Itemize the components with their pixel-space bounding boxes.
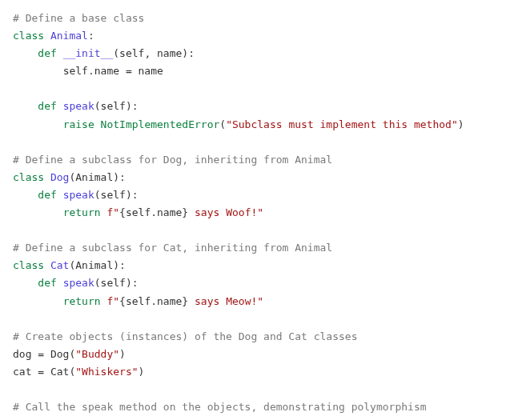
params: (self):	[94, 100, 139, 112]
colon: :	[88, 30, 94, 42]
string-literal: "Whiskers"	[75, 366, 138, 378]
class-name: Cat	[50, 259, 69, 271]
keyword-return: return	[63, 295, 101, 307]
keyword-raise: raise	[63, 118, 94, 130]
statement: self.name = name	[63, 65, 163, 77]
comment: # Define a subclass for Cat, inheriting …	[13, 242, 332, 254]
string-literal: "Subclass must implement this method"	[226, 118, 458, 130]
base-class: (Animal):	[69, 171, 125, 183]
comment: # Define a base class	[13, 12, 144, 24]
paren-open: (	[219, 118, 226, 130]
keyword-class: class	[13, 259, 44, 271]
paren-close: )	[139, 366, 145, 378]
class-name: Dog	[50, 171, 69, 183]
keyword-class: class	[13, 30, 44, 42]
code-block: # Define a base class class Animal: def …	[13, 10, 497, 420]
keyword-def: def	[38, 189, 56, 201]
method-name: speak	[63, 100, 94, 112]
params: (self, name):	[113, 47, 195, 59]
exception-name: NotImplementedError	[101, 118, 220, 130]
comment: # Define a subclass for Dog, inheriting …	[13, 154, 332, 166]
assign-left: dog =	[13, 348, 50, 360]
class-name: Animal	[50, 30, 88, 42]
base-class: (Animal):	[69, 259, 125, 271]
ctor: Cat	[50, 366, 69, 378]
comment: # Create objects (instances) of the Dog …	[13, 330, 357, 342]
fstring: f"{self.name} says Meow!"	[106, 295, 263, 307]
keyword-return: return	[63, 206, 101, 218]
assign-left: cat =	[13, 366, 50, 378]
ctor: Dog	[50, 348, 69, 360]
paren-close: )	[458, 118, 464, 130]
paren-close: )	[119, 348, 126, 360]
string-literal: "Buddy"	[75, 348, 119, 360]
comment: # Call the speak method on the objects, …	[13, 401, 427, 413]
keyword-def: def	[38, 277, 56, 289]
fstring: f"{self.name} says Woof!"	[106, 206, 263, 218]
keyword-def: def	[38, 47, 56, 59]
keyword-def: def	[38, 100, 56, 112]
method-name: __init__	[63, 47, 114, 59]
method-name: speak	[63, 277, 94, 289]
keyword-class: class	[13, 171, 44, 183]
params: (self):	[94, 277, 139, 289]
params: (self):	[94, 189, 139, 201]
method-name: speak	[63, 189, 94, 201]
